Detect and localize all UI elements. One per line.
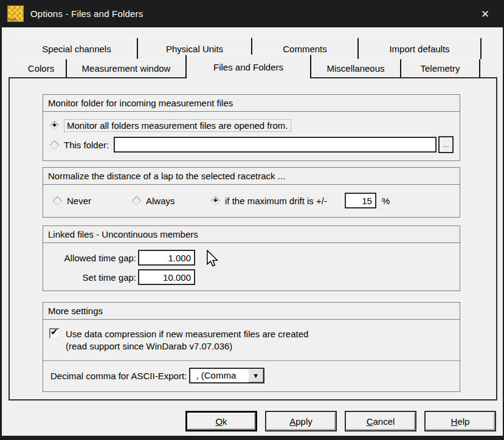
ok-button[interactable]: Ok — [185, 411, 257, 431]
max-drift-option[interactable]: ✦ if the maximum drift is +/- — [210, 196, 327, 206]
cancel-button-label: Cancel — [367, 416, 395, 427]
apply-button[interactable]: Apply — [265, 411, 337, 431]
windarab-app-icon: DAR — [7, 5, 24, 22]
data-compression-line1: Use data compression if new measurement … — [66, 328, 308, 340]
set-time-gap-label: Set time gap: — [48, 272, 136, 283]
data-compression-option[interactable]: ✔ Use data compression if new measuremen… — [49, 328, 454, 352]
never-option[interactable]: ✦ Never — [52, 196, 131, 206]
tab-telemetry[interactable]: Telemetry — [401, 59, 480, 77]
set-time-gap-input[interactable] — [138, 269, 195, 285]
title-bar: DAR Options - Files and Folders ✕ — [0, 0, 504, 27]
window-title: Options - Files and Folders — [30, 9, 143, 19]
tab-row-2: Colors Measurement window Files and Fold… — [16, 59, 482, 77]
options-dialog-window: DAR Options - Files and Folders ✕ Specia… — [0, 0, 504, 440]
tab-miscellaneous[interactable]: Miscellaneous — [311, 59, 401, 77]
radio-mark-icon: ✦ — [210, 196, 221, 206]
decimal-comma-value: , (Comma — [190, 369, 248, 382]
more-settings-divider — [43, 360, 460, 361]
tab-import-defaults[interactable]: Import defaults — [359, 38, 482, 59]
allowed-time-gap-row: Allowed time gap: — [48, 250, 460, 266]
normalize-options-row: ✦ Never ✦ Always ✦ if the m — [52, 193, 460, 208]
tab-strip: Special channels Physical Units Comments… — [16, 38, 482, 77]
always-radio[interactable]: ✦ — [131, 196, 142, 206]
tab-special-channels[interactable]: Special channels — [16, 38, 138, 59]
close-icon[interactable]: ✕ — [476, 5, 494, 23]
app-icon-text: DAR — [9, 18, 16, 21]
apply-button-label: Apply — [289, 416, 312, 427]
radio-mark-icon: ✦ — [49, 120, 60, 131]
data-compression-line2: (read support since WinDarab v7.07.036) — [66, 340, 308, 352]
monitor-folder-group: Monitor folder for incoming measurement … — [43, 94, 460, 161]
percent-label: % — [382, 196, 390, 206]
mouse-cursor-icon — [205, 250, 219, 268]
normalize-distance-group-title: Normalize the distance of a lap to the s… — [43, 168, 460, 185]
never-radio[interactable]: ✦ — [52, 196, 63, 206]
dropdown-arrow-button[interactable]: ▼ — [248, 369, 263, 382]
tab-colors[interactable]: Colors — [16, 59, 67, 77]
decimal-comma-row: Decimal comma for ASCII-Export: , (Comma… — [50, 368, 460, 383]
monitor-all-folders-option[interactable]: ✦ Monitor all folders measurement files … — [49, 119, 460, 132]
allowed-time-gap-input[interactable] — [138, 250, 195, 266]
max-drift-radio[interactable]: ✦ — [210, 196, 221, 206]
max-drift-input[interactable] — [345, 193, 376, 208]
more-settings-group-title: More settings — [43, 303, 460, 320]
linked-files-group: Linked files - Uncontinuous members Allo… — [43, 225, 460, 291]
chevron-down-icon: ▼ — [252, 372, 259, 379]
tab-measurement-window[interactable]: Measurement window — [67, 59, 187, 77]
cancel-button[interactable]: Cancel — [345, 411, 416, 431]
monitor-all-radio[interactable]: ✦ — [49, 120, 60, 131]
data-compression-label[interactable]: Use data compression if new measurement … — [66, 328, 308, 352]
max-drift-radio-label[interactable]: if the maximum drift is +/- — [225, 196, 327, 206]
this-folder-radio-label[interactable]: This folder: — [64, 140, 109, 150]
monitor-all-radio-label[interactable]: Monitor all folders measurement files ar… — [64, 119, 291, 132]
allowed-time-gap-label: Allowed time gap: — [48, 253, 136, 263]
never-radio-label[interactable]: Never — [67, 196, 91, 206]
dialog-body: Special channels Physical Units Comments… — [2, 27, 503, 436]
always-radio-label[interactable]: Always — [146, 196, 175, 206]
help-button[interactable]: Help — [424, 411, 496, 431]
data-compression-checkbox[interactable]: ✔ — [49, 328, 60, 339]
files-and-folders-page: Monitor folder for incoming measurement … — [9, 77, 497, 400]
set-time-gap-row: Set time gap: — [48, 269, 460, 285]
decimal-comma-dropdown[interactable]: , (Comma ▼ — [189, 368, 264, 383]
ok-button-label: Ok — [215, 416, 227, 427]
this-folder-radio[interactable]: ✦ — [49, 140, 60, 150]
normalize-distance-group: Normalize the distance of a lap to the s… — [43, 167, 460, 218]
this-folder-option: ✦ This folder: ... — [49, 136, 454, 153]
monitor-folder-group-title: Monitor folder for incoming measurement … — [43, 95, 460, 112]
decimal-comma-label: Decimal comma for ASCII-Export: — [50, 371, 187, 381]
help-button-label: Help — [451, 416, 470, 427]
more-settings-group: More settings ✔ Use data compression if … — [43, 302, 460, 392]
linked-files-group-title: Linked files - Uncontinuous members — [43, 226, 460, 243]
checkmark-icon: ✔ — [50, 326, 58, 337]
dialog-button-row: Ok Apply Cancel Help — [185, 411, 496, 431]
browse-folder-button[interactable]: ... — [438, 136, 454, 153]
always-option[interactable]: ✦ Always — [131, 196, 210, 206]
this-folder-input[interactable] — [114, 137, 437, 153]
tab-files-and-folders[interactable]: Files and Folders — [185, 55, 311, 78]
